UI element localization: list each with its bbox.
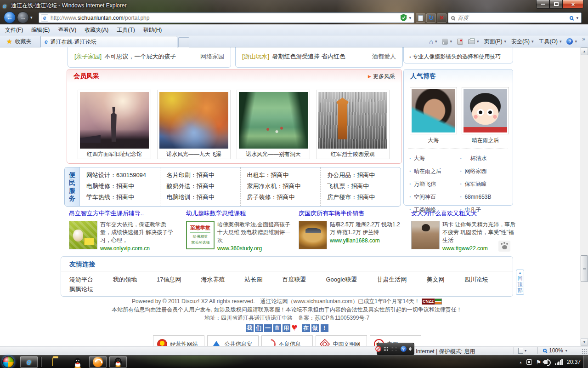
service-link[interactable]: 办公用品：招商中: [327, 171, 401, 182]
scrollbar-thumb[interactable]: [581, 255, 588, 282]
ad-image[interactable]: [69, 221, 97, 249]
photo-card[interactable]: 诺水风光——九天飞瀑: [157, 90, 231, 159]
safety-dropdown-icon[interactable]: ▾: [531, 39, 534, 44]
cnzz-badge[interactable]: CNZZ: [422, 299, 442, 305]
taskbar-ie-button[interactable]: e: [20, 356, 38, 368]
service-link[interactable]: 飞机票：招商中: [327, 182, 401, 193]
friend-link[interactable]: 海水养殖: [201, 276, 225, 284]
ad-url-link[interactable]: www.360study.org: [217, 245, 292, 253]
blogger-link[interactable]: ·晴在雨之后: [409, 165, 460, 178]
prohibition-icon[interactable]: [375, 346, 381, 352]
blogger-link[interactable]: ·空间神百: [409, 190, 460, 203]
zoom-control[interactable]: 100% ▾: [543, 347, 567, 354]
rss-dropdown-icon[interactable]: ▾: [450, 39, 452, 44]
compatibility-view-button[interactable]: [416, 13, 425, 23]
photo-caption[interactable]: 诺水风光——别有洞天: [239, 150, 308, 158]
service-link[interactable]: 电脑维修：招商中: [86, 182, 160, 193]
home-dropdown-icon[interactable]: ▾: [435, 39, 437, 44]
stop-button[interactable]: ×: [437, 13, 447, 23]
friend-link[interactable]: 四川论坛: [464, 276, 488, 284]
page-dropdown-icon[interactable]: ▾: [504, 39, 507, 44]
blogger-name[interactable]: 晴在雨之后: [462, 137, 509, 144]
ad-unit[interactable]: 幼儿趣味数学思维课程 至慧学堂 哈佛精英 家长的选择 哈佛案例教学法,全面提高孩…: [186, 209, 294, 253]
ad-title-link[interactable]: 庆国庆所有车辆半价销售: [299, 209, 407, 218]
service-link[interactable]: 网站设计：630159094: [86, 171, 160, 182]
sidebar-article-link[interactable]: 专业人像摄影镜头的选择和使用技巧: [413, 53, 501, 60]
clock[interactable]: 20:37: [567, 359, 581, 365]
menu-tools[interactable]: 工具(T): [113, 24, 139, 35]
network-icon[interactable]: [555, 359, 563, 365]
resize-grip[interactable]: [582, 349, 588, 355]
photo-caption[interactable]: 红四方面军旧址纪念馆: [80, 150, 149, 158]
service-link[interactable]: 学车热线：招商中: [86, 193, 160, 204]
photo-caption[interactable]: 诺水风光——九天飞瀑: [159, 150, 228, 158]
headline-link[interactable]: 不可思议，一个屁大的孩子: [104, 52, 176, 61]
menu-edit[interactable]: 编辑(E): [27, 24, 54, 35]
tools-dropdown-icon[interactable]: ▾: [560, 39, 562, 44]
author-link[interactable]: 网络家园: [200, 52, 224, 61]
help-icon[interactable]: ?: [401, 346, 407, 352]
address-bar[interactable]: e http://www.sichuanluntan.com/portal.ph…: [39, 12, 414, 23]
scroll-up-button[interactable]: ▲: [581, 47, 588, 55]
blogger-link[interactable]: ·万能飞信: [409, 178, 460, 190]
blogger-link[interactable]: ·网络家园: [460, 165, 511, 178]
blogger-name[interactable]: 大海: [410, 137, 457, 144]
friend-link[interactable]: Google联盟: [326, 276, 357, 284]
print-dropdown-icon[interactable]: ▾: [477, 39, 479, 44]
options-arrows-icon[interactable]: [409, 347, 412, 351]
page-menu[interactable]: 页面(P): [484, 38, 503, 46]
ad-title-link[interactable]: 女人为什么喜欢又粗又大: [411, 209, 520, 218]
service-link[interactable]: 出租车：招商中: [247, 171, 321, 182]
command-overflow-icon[interactable]: »: [582, 36, 585, 42]
service-link[interactable]: 房子装修：招商中: [247, 193, 321, 204]
friend-link[interactable]: 17信息网: [157, 276, 181, 284]
search-box[interactable]: ▾: [448, 12, 582, 23]
photo-card[interactable]: 诺水风光——别有洞天: [237, 90, 310, 159]
ad-title-link[interactable]: 幼儿趣味数学思维课程: [186, 209, 294, 218]
service-link[interactable]: 房产楼市：招商中: [327, 193, 401, 204]
safety-menu[interactable]: 安全(S): [511, 38, 530, 46]
blogger-card[interactable]: 大海: [410, 87, 457, 144]
webslice-icon[interactable]: [457, 39, 463, 45]
minimize-button[interactable]: [536, 0, 549, 9]
taskbar-explorer-icon[interactable]: [52, 357, 53, 366]
keyboard-icon[interactable]: [390, 347, 398, 351]
ad-title-link[interactable]: 昂立智立方中学生课后辅导..: [69, 209, 177, 218]
photo-card[interactable]: 红四方面军旧址纪念馆: [78, 90, 151, 159]
language-bar[interactable]: ?: [377, 343, 414, 355]
friend-link[interactable]: 飘飘论坛: [69, 286, 93, 293]
service-link[interactable]: 家用净水机：招商中: [247, 182, 321, 193]
power-icon[interactable]: [526, 359, 532, 365]
favorites-button[interactable]: ★ 收藏夹: [2, 36, 36, 46]
compatibility-status[interactable]: ▾: [518, 348, 526, 354]
paw-icon[interactable]: [498, 241, 510, 252]
cert-badge[interactable]: 经营性网站: [153, 335, 204, 346]
new-tab-button[interactable]: [178, 37, 189, 47]
forward-button[interactable]: →: [17, 12, 29, 23]
taskbar-qqdownload-button[interactable]: [89, 356, 107, 368]
cert-badge[interactable]: 公共信息安: [207, 335, 259, 346]
back-button[interactable]: ←: [4, 12, 16, 23]
hidden-icons-button[interactable]: ▲: [519, 361, 522, 364]
ad-image[interactable]: [411, 221, 440, 249]
taskbar-qq-icon[interactable]: [73, 357, 83, 368]
search-providers-dropdown[interactable]: ▾: [576, 16, 578, 20]
maximize-button[interactable]: [549, 0, 563, 9]
action-center-icon[interactable]: ⚑: [536, 359, 542, 366]
scroll-down-button[interactable]: ▼: [581, 338, 588, 346]
start-button[interactable]: [2, 356, 14, 368]
photo-card[interactable]: 红军烈士陵园景观: [316, 90, 390, 159]
category-tag[interactable]: [游山玩水]: [242, 52, 269, 61]
recent-pages-dropdown[interactable]: ▾: [30, 15, 33, 20]
active-tab[interactable]: e 通江在线-通江论坛: [40, 36, 177, 47]
blogger-link[interactable]: ·保军涵瞳: [460, 178, 511, 190]
menu-file[interactable]: 文件(F): [1, 24, 27, 35]
service-link[interactable]: 酸奶外送：招商中: [167, 182, 240, 193]
rss-icon[interactable]: [442, 39, 448, 45]
show-desktop-button[interactable]: [583, 356, 588, 368]
author-link[interactable]: 酒都爱人: [372, 52, 396, 61]
friend-link[interactable]: 甘肃生活网: [377, 276, 407, 284]
url-value[interactable]: http://www.sichuanluntan.com/portal.php: [51, 15, 398, 21]
friend-link[interactable]: 漫游平台: [69, 276, 93, 284]
titlebar[interactable]: e 通江在线-通江论坛 - Windows Internet Explorer …: [0, 0, 588, 11]
